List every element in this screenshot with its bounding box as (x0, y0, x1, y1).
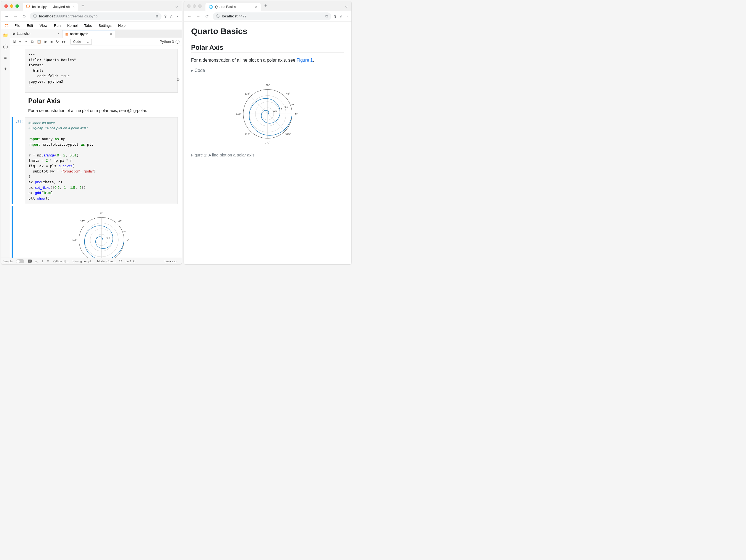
browser-menu-icon[interactable]: ⋮ (175, 14, 179, 19)
maximize-window-button[interactable] (198, 4, 202, 8)
url-path: :8888/lab/tree/basics.ipynb (55, 14, 97, 18)
close-icon[interactable]: × (110, 32, 112, 36)
code-fold-label: Code (194, 68, 205, 73)
close-window-button[interactable] (4, 4, 8, 8)
back-button[interactable]: ← (3, 14, 10, 19)
run-icon[interactable]: ▶ (45, 39, 47, 44)
url-input[interactable]: ⓘ localhost:8888/lab/tree/basics.ipynb ⧉ (30, 12, 162, 20)
kernel-indicator-icon[interactable] (176, 40, 179, 44)
reload-button[interactable]: ⟳ (204, 14, 210, 19)
reload-button[interactable]: ⟳ (21, 14, 28, 19)
minimize-window-button[interactable] (193, 4, 196, 8)
tab-title: basics.ipynb - JupyterLab (32, 5, 70, 9)
markdown-paragraph: For a demonstration of a line plot on a … (28, 108, 174, 113)
status-kernel[interactable]: Python 3 |… (53, 260, 69, 263)
forward-button[interactable]: → (12, 14, 19, 19)
paragraph-text: For a demonstration of a line plot on a … (191, 58, 297, 62)
cell-prompt: [1]: (13, 117, 25, 204)
menu-settings[interactable]: Settings (96, 22, 114, 29)
kernel-name[interactable]: Python 3 (160, 39, 174, 44)
new-tab-button[interactable]: + (79, 3, 87, 9)
tab-overflow-icon[interactable]: ⌄ (175, 3, 178, 8)
window-chrome-left: basics.ipynb - JupyterLab × + ⌄ (1, 1, 182, 11)
debugger-gear-icon[interactable]: ⚙ (176, 78, 180, 82)
menu-file[interactable]: File (11, 22, 23, 29)
close-tab-icon[interactable]: × (73, 5, 75, 9)
browser-tab-active[interactable]: 🌐 Quarto Basics × (205, 3, 261, 11)
polar-plot-output: 0°45°90°135°180°225°270°315°0.51.01.52.0 (28, 207, 174, 258)
raw-cell-content[interactable]: --- title: "Quarto Basics" format: html:… (25, 49, 178, 93)
status-save: Saving compl… (73, 260, 94, 263)
paragraph-period: . (313, 58, 314, 62)
svg-text:0°: 0° (126, 239, 129, 241)
menu-tabs[interactable]: Tabs (82, 22, 94, 29)
figure-caption: Figure 1: A line plot on a polar axis (191, 153, 344, 157)
browser-tab-active[interactable]: basics.ipynb - JupyterLab × (23, 3, 78, 11)
jupyter-logo-icon[interactable] (3, 23, 10, 28)
jupyter-menubar: File Edit View Run Kernel Tabs Settings … (1, 22, 182, 30)
cell-type-select[interactable]: Code⌄ (70, 39, 92, 45)
close-icon[interactable]: × (58, 32, 59, 36)
open-external-icon[interactable]: ⧉ (325, 14, 328, 19)
folder-icon[interactable]: 📁 (3, 33, 8, 38)
new-tab-button[interactable]: + (262, 3, 269, 9)
terminal-icon[interactable]: s_ (35, 260, 38, 263)
running-icon[interactable]: ◯ (3, 44, 8, 49)
menu-kernel[interactable]: Kernel (64, 22, 81, 29)
simple-mode-toggle[interactable] (16, 259, 24, 263)
globe-favicon: 🌐 (209, 5, 213, 9)
status-1: 1 (42, 260, 44, 263)
bookmark-icon[interactable]: ☆ (170, 14, 173, 19)
svg-text:180°: 180° (236, 112, 242, 115)
paste-icon[interactable]: 📋 (37, 39, 41, 44)
markdown-cell[interactable]: Polar Axis For a demonstration of a line… (11, 94, 178, 116)
svg-text:1.5: 1.5 (117, 232, 120, 235)
save-icon[interactable]: 🖫 (12, 39, 16, 44)
share-icon[interactable]: ⇪ (334, 14, 337, 19)
chevron-down-icon: ⌄ (87, 40, 89, 44)
open-external-icon[interactable]: ⧉ (156, 14, 158, 19)
restart-icon[interactable]: ↻ (56, 39, 59, 44)
maximize-window-button[interactable] (16, 4, 19, 8)
tab-overflow-icon[interactable]: ⌄ (345, 3, 348, 8)
code-cell-content[interactable]: #| label: fig-polar #| fig-cap: "A line … (25, 117, 178, 204)
info-icon: ⓘ (216, 14, 220, 19)
launcher-tab[interactable]: ⧉ Launcher × (10, 30, 62, 37)
info-icon: ⓘ (33, 14, 37, 19)
tab-title: Quarto Basics (215, 5, 236, 9)
browser-menu-icon[interactable]: ⋮ (345, 14, 349, 19)
close-window-button[interactable] (187, 4, 191, 8)
copy-icon[interactable]: ⧉ (31, 39, 33, 44)
notebook-toolbar: 🖫 + ✂ ⧉ 📋 ▶ ■ ↻ ▸▸ Code⌄ Python 3 (10, 37, 182, 46)
launcher-icon: ⧉ (13, 32, 15, 36)
svg-text:0.5: 0.5 (107, 237, 110, 239)
stop-icon[interactable]: ■ (51, 39, 53, 44)
cut-icon[interactable]: ✂ (25, 39, 28, 44)
code-cell[interactable]: [1]: #| label: fig-polar #| fig-cap: "A … (11, 117, 178, 204)
add-cell-icon[interactable]: + (19, 39, 21, 44)
back-button[interactable]: ← (186, 14, 193, 19)
quarto-heading: Polar Axis (191, 44, 344, 51)
svg-line-41 (250, 114, 268, 131)
bookmark-icon[interactable]: ☆ (339, 14, 343, 19)
minimize-window-button[interactable] (10, 4, 13, 8)
figure-link[interactable]: Figure 1 (297, 58, 313, 62)
trusted-icon[interactable]: ⛉ (119, 260, 122, 263)
raw-cell[interactable]: --- title: "Quarto Basics" format: html:… (11, 49, 178, 93)
forward-button[interactable]: → (195, 14, 202, 19)
menu-edit[interactable]: Edit (24, 22, 36, 29)
status-mode: Mode: Com… (97, 260, 116, 263)
svg-line-20 (102, 240, 117, 256)
extensions-icon[interactable]: ✦ (4, 66, 7, 71)
share-icon[interactable]: ⇪ (164, 14, 167, 19)
toc-icon[interactable]: ≡ (4, 55, 7, 60)
menu-run[interactable]: Run (51, 22, 63, 29)
run-all-icon[interactable]: ▸▸ (62, 39, 66, 44)
quarto-figure: 0°45°90°135°180°225°270°315°0.51.01.52.0 (191, 78, 344, 150)
close-tab-icon[interactable]: × (255, 5, 257, 9)
menu-view[interactable]: View (37, 22, 50, 29)
notebook-tab[interactable]: ▦ basics.ipynb × (62, 30, 115, 37)
menu-help[interactable]: Help (115, 22, 128, 29)
code-fold-toggle[interactable]: ▸ Code (191, 68, 344, 73)
url-input[interactable]: ⓘ localhost:4479 ⧉ (212, 12, 331, 20)
